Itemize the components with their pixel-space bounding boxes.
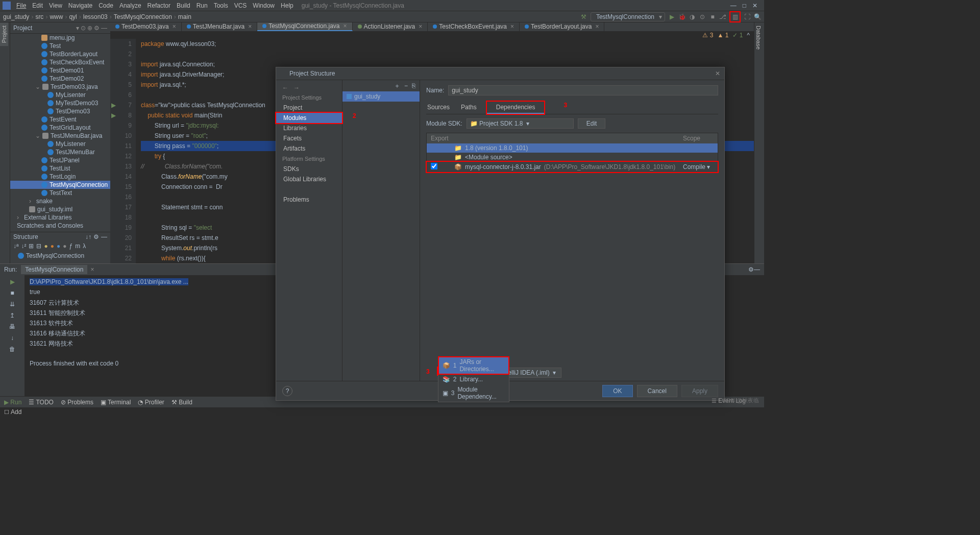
up-icon[interactable]: ↥	[10, 312, 15, 319]
dep-row-mysql[interactable]: 📦 mysql-connector-j-8.0.31.jar (D:\APP\P…	[427, 162, 718, 172]
menu-library[interactable]: 📚2Library...	[438, 374, 509, 384]
tree-item[interactable]: TestText	[10, 189, 110, 197]
menu-module-dep[interactable]: ▣3Module Dependency...	[438, 384, 509, 402]
menu-vcs[interactable]: VCS	[231, 1, 250, 10]
run-gear-icon[interactable]: ⚙	[748, 266, 754, 273]
close-icon[interactable]: ✕	[752, 2, 757, 9]
tree-item[interactable]: TestGridLayout	[10, 124, 110, 132]
sb-run[interactable]: ▶ Run	[4, 399, 21, 406]
tree-item[interactable]: Scratches and Consoles	[10, 222, 110, 230]
tree-item[interactable]: TestJPanel	[10, 156, 110, 164]
tree-item[interactable]: TestDemo02	[10, 75, 110, 83]
editor-tab[interactable]: TestCheckBoxEvent.java×	[428, 22, 520, 31]
tree-item[interactable]: menu.jpg	[10, 34, 110, 42]
cancel-button[interactable]: Cancel	[637, 385, 677, 397]
dialog-close-icon[interactable]: ✕	[715, 70, 720, 77]
menu-edit[interactable]: Edit	[29, 1, 46, 10]
add-module-icon[interactable]: ＋	[394, 82, 400, 90]
menu-analyze[interactable]: Analyze	[116, 1, 144, 10]
struct-sort-icon[interactable]: ↓↑	[85, 233, 91, 240]
apply-button[interactable]: Apply	[681, 385, 718, 397]
sb-todo[interactable]: ☰ TODO	[29, 399, 54, 406]
run-close-tab[interactable]: ×	[90, 266, 94, 273]
menu-tools[interactable]: Tools	[211, 1, 231, 10]
sb-problems[interactable]: ⊘ Problems	[61, 399, 93, 406]
tree-item[interactable]: MyTestDemo03	[10, 99, 110, 107]
remove-module-icon[interactable]: −	[404, 82, 408, 89]
line-gutter[interactable]: 123456▶7▶8910111213141516171819202122	[110, 39, 136, 263]
export-icon[interactable]: ↓	[11, 334, 14, 342]
tree-item[interactable]: TestDemo01	[10, 66, 110, 75]
tree-item[interactable]: TestBorderLayout	[10, 50, 110, 58]
struct-hide-icon[interactable]: —	[101, 233, 107, 240]
dep-row-jdk[interactable]: 📁 1.8 (version 1.8.0_101)	[427, 143, 718, 153]
side-sdks[interactable]: SDKs	[276, 164, 342, 174]
pp-hide-icon[interactable]: —	[101, 25, 107, 32]
tree-item[interactable]: MyLisenter	[10, 91, 110, 99]
pp-select-file-icon[interactable]: ⊕	[87, 25, 92, 32]
tree-item[interactable]: gui_study.iml	[10, 205, 110, 213]
typo-indicator[interactable]: ✓ 1	[732, 32, 743, 39]
editor-tab[interactable]: TestJMenuBar.java×	[182, 22, 257, 31]
dep-row-source[interactable]: 📁 <Module source>	[427, 153, 718, 162]
sb-build[interactable]: ⚒ Build	[172, 399, 192, 406]
stop-run-icon[interactable]: ■	[10, 289, 14, 297]
tree-item[interactable]: TestJMenuBar	[10, 148, 110, 156]
menu-navigate[interactable]: Navigate	[65, 1, 95, 10]
side-artifacts[interactable]: Artifacts	[276, 143, 342, 154]
bc-4[interactable]: lesson03	[83, 13, 108, 20]
tab-database[interactable]: Database	[754, 22, 763, 53]
layout-icon[interactable]: ⇊	[10, 301, 15, 308]
bc-0[interactable]: gui_study	[3, 13, 29, 20]
tab-paths[interactable]: Paths	[460, 102, 478, 114]
side-problems[interactable]: Problems	[276, 194, 342, 205]
project-structure-button[interactable]: ▥	[729, 11, 741, 22]
stop-icon[interactable]: ■	[709, 13, 716, 20]
pp-collapse-icon[interactable]: ⊙	[81, 25, 86, 32]
menu-help[interactable]: Help	[278, 1, 297, 10]
help-button[interactable]: ?	[282, 386, 292, 396]
sb-profiler[interactable]: ◔ Profiler	[138, 399, 164, 406]
maximize-icon[interactable]: □	[743, 2, 746, 9]
back-forward[interactable]: ← →	[276, 83, 342, 92]
build-icon[interactable]: ⚒	[580, 13, 587, 20]
bc-2[interactable]: www	[50, 13, 63, 20]
struct-gear-icon[interactable]: ⚙	[93, 233, 99, 240]
tree-item[interactable]: ⌄TestDemo03.java	[10, 83, 110, 91]
menu-refactor[interactable]: Refactor	[144, 1, 174, 10]
vcs-icon[interactable]: ⎇	[719, 13, 726, 20]
tab-sources[interactable]: Sources	[426, 102, 451, 114]
sdk-select[interactable]: 📁 Project SDK 1.8 ▾	[467, 118, 574, 129]
tree-item[interactable]: TestDemo03	[10, 107, 110, 115]
menu-run[interactable]: Run	[193, 1, 211, 10]
project-tree[interactable]: menu.jpgTestTestBorderLayoutTestCheckBox…	[10, 34, 110, 232]
tree-item[interactable]: TestMysqlConnection	[10, 181, 110, 189]
menu-file[interactable]: File	[13, 1, 29, 10]
module-name-input[interactable]	[448, 85, 718, 95]
run-tab[interactable]: TestMysqlConnection	[21, 265, 87, 274]
rerun-icon[interactable]: ▶	[10, 278, 15, 285]
warnings-indicator[interactable]: ⚠ 3	[702, 32, 713, 39]
tree-item[interactable]: ›snake	[10, 197, 110, 205]
side-global-libs[interactable]: Global Libraries	[276, 174, 342, 184]
menu-code[interactable]: Code	[95, 1, 116, 10]
struct-class[interactable]: TestMysqlConnection	[26, 252, 84, 259]
trash-icon[interactable]: 🗑	[9, 346, 15, 353]
side-modules[interactable]: Modules	[276, 113, 342, 123]
expand-icon[interactable]: ⛶	[744, 13, 751, 20]
pp-gear-icon[interactable]: ⚙	[94, 25, 100, 32]
pp-dropdown-icon[interactable]: ▾	[76, 25, 79, 32]
side-project[interactable]: Project	[276, 103, 342, 113]
minimize-icon[interactable]: —	[730, 2, 737, 9]
debug-icon[interactable]: 🐞	[678, 13, 685, 20]
chevron-up-icon[interactable]: ^	[747, 32, 750, 39]
bc-6[interactable]: main	[178, 13, 191, 20]
tree-item[interactable]: TestEvent	[10, 115, 110, 124]
tab-dependencies[interactable]: Dependencies	[487, 102, 545, 114]
tree-item[interactable]: ›External Libraries	[10, 213, 110, 222]
editor-tab[interactable]: TestDemo03.java×	[110, 22, 182, 31]
tree-item[interactable]: TestLogin	[10, 173, 110, 181]
sb-terminal[interactable]: ▣ Terminal	[101, 399, 131, 406]
search-icon[interactable]: 🔍	[754, 13, 761, 20]
bc-5[interactable]: TestMysqlConnection	[114, 13, 172, 20]
